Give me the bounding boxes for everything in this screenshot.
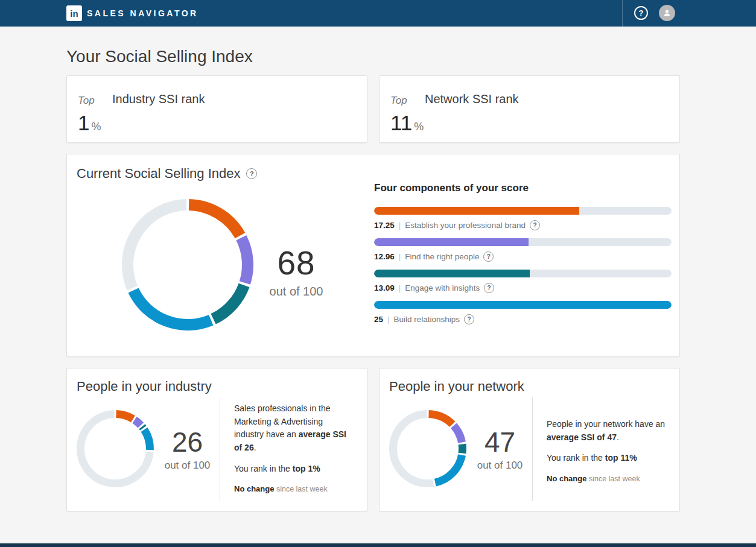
- score-out-of: out of 100: [150, 460, 225, 472]
- component-value: 25: [374, 315, 383, 324]
- network-score: 47 out of 100: [462, 426, 538, 472]
- help-icon[interactable]: ?: [530, 220, 540, 230]
- bar-fill-insights: [374, 270, 530, 277]
- current-score: 68 out of 100: [254, 244, 338, 299]
- industry-summary: Sales professionals in the Marketing & A…: [234, 402, 350, 504]
- current-ssi-title: Current Social Selling Index: [77, 166, 240, 182]
- brand-title[interactable]: SALES NAVIGATOR: [87, 8, 199, 18]
- linkedin-logo-text: in: [70, 8, 78, 19]
- bar-track: [374, 301, 672, 309]
- rank-title: Industry SSI rank: [112, 92, 205, 106]
- change-text: No change since last week: [234, 483, 350, 495]
- rank-number: 1: [78, 111, 89, 134]
- rank-prefix: Top: [390, 95, 407, 107]
- bar-track: [374, 270, 672, 277]
- separator: |: [387, 315, 390, 324]
- help-icon[interactable]: ?: [464, 314, 474, 324]
- components-heading: Four components of your score: [374, 182, 672, 194]
- help-glyph: ?: [488, 285, 491, 291]
- network-summary: People in your network have an average S…: [547, 418, 678, 493]
- rank-prefix: Top: [78, 95, 95, 107]
- bar-label: 25 | Build relationships ?: [374, 314, 672, 324]
- rank-text: You rank in the top 1%: [234, 463, 350, 476]
- help-icon[interactable]: ?: [634, 6, 648, 20]
- top-navbar: in SALES NAVIGATOR ?: [0, 0, 756, 27]
- rank-value: 11%: [390, 111, 424, 135]
- network-donut-chart: [389, 409, 467, 488]
- help-glyph: ?: [639, 8, 644, 17]
- component-value: 12.96: [374, 252, 395, 261]
- score-number: 68: [254, 244, 338, 282]
- ssi-dashboard: in SALES NAVIGATOR ? Your Social Selling…: [0, 0, 756, 547]
- rank-unit: %: [91, 121, 101, 133]
- bar-track: [374, 238, 672, 246]
- separator: |: [399, 221, 401, 230]
- linkedin-logo[interactable]: in: [66, 5, 82, 21]
- avatar[interactable]: [659, 5, 675, 21]
- component-label: Engage with insights: [405, 283, 480, 292]
- component-value: 17.25: [374, 221, 395, 230]
- bar-fill-brand: [374, 207, 579, 215]
- help-glyph: ?: [468, 316, 471, 323]
- help-icon[interactable]: ?: [246, 168, 257, 179]
- separator: |: [399, 283, 401, 292]
- score-number: 26: [150, 426, 225, 458]
- rank-value: 1%: [78, 111, 101, 135]
- component-row-relationships: 25 | Build relationships ?: [374, 301, 672, 324]
- page-title: Your Social Selling Index: [66, 47, 253, 66]
- bar-fill-people: [374, 238, 529, 246]
- footer-strip: [0, 543, 756, 547]
- vertical-divider: [220, 397, 220, 501]
- score-components: Four components of your score 17.25 | Es…: [374, 182, 672, 332]
- industry-rank-card: Top Industry SSI rank 1%: [66, 75, 367, 143]
- current-ssi-donut-chart: [121, 198, 254, 331]
- component-row-brand: 17.25 | Establish your professional bran…: [374, 207, 672, 230]
- component-label: Find the right people: [405, 252, 479, 261]
- navbar-divider: [622, 0, 623, 27]
- rank-unit: %: [414, 121, 424, 133]
- component-label: Build relationships: [394, 315, 460, 324]
- bar-track: [374, 207, 672, 215]
- network-people-card: People in your network 47 out of 100 Peo…: [379, 368, 680, 511]
- help-icon[interactable]: ?: [484, 283, 494, 293]
- score-out-of: out of 100: [254, 285, 338, 299]
- bar-fill-relationships: [374, 301, 672, 309]
- help-glyph: ?: [250, 170, 254, 177]
- industry-donut-chart: [76, 409, 154, 488]
- current-ssi-card: Current Social Selling Index ? 68 out of…: [66, 154, 680, 357]
- separator: |: [399, 252, 401, 261]
- network-rank-card: Top Network SSI rank 11%: [379, 75, 680, 143]
- average-ssi-text: Sales professionals in the Marketing & A…: [234, 402, 350, 455]
- bar-label: 17.25 | Establish your professional bran…: [374, 220, 672, 230]
- network-card-title: People in your network: [389, 379, 524, 394]
- vertical-divider: [532, 397, 533, 501]
- component-row-people: 12.96 | Find the right people ?: [374, 238, 672, 262]
- component-value: 13.09: [374, 283, 395, 292]
- industry-card-title: People in your industry: [77, 379, 212, 394]
- bar-label: 13.09 | Engage with insights ?: [374, 283, 672, 293]
- bar-label: 12.96 | Find the right people ?: [374, 251, 672, 262]
- component-row-insights: 13.09 | Engage with insights ?: [374, 270, 672, 293]
- help-glyph: ?: [487, 253, 491, 260]
- help-icon[interactable]: ?: [483, 251, 494, 262]
- rank-text: You rank in the top 11%: [547, 452, 678, 465]
- rank-title: Network SSI rank: [425, 92, 519, 106]
- rank-number: 11: [390, 111, 412, 134]
- person-icon: [662, 8, 672, 17]
- change-text: No change since last week: [547, 473, 678, 485]
- component-label: Establish your professional brand: [405, 221, 526, 230]
- score-out-of: out of 100: [462, 460, 538, 472]
- industry-people-card: People in your industry 26 out of 100 Sa…: [66, 368, 367, 511]
- score-number: 47: [462, 426, 538, 458]
- industry-score: 26 out of 100: [150, 426, 225, 472]
- help-glyph: ?: [533, 222, 536, 229]
- average-ssi-text: People in your network have an average S…: [547, 418, 678, 444]
